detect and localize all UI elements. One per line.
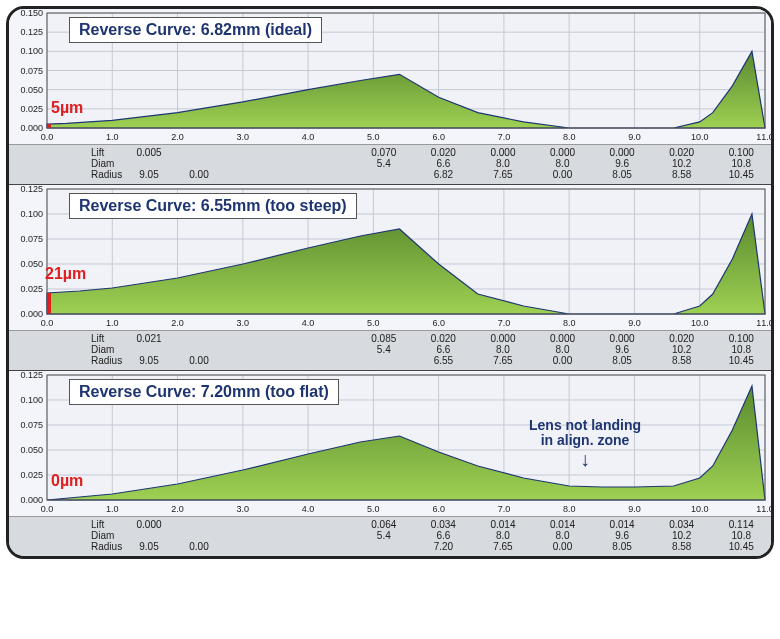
data-strip-1: Lift0.0210.0850.0200.0000.0000.0000.0200…: [9, 330, 771, 370]
svg-text:6.0: 6.0: [432, 132, 445, 142]
strip-cell: 5.4: [354, 158, 414, 169]
svg-text:4.0: 4.0: [302, 318, 315, 328]
strip-label-diam: Diam: [9, 344, 124, 355]
strip-cell: 10.8: [711, 530, 771, 541]
strip-cell: 0.021: [124, 333, 174, 344]
strip-cell: 6.6: [414, 530, 474, 541]
svg-text:3.0: 3.0: [237, 318, 250, 328]
svg-text:0.025: 0.025: [20, 470, 43, 480]
svg-text:4.0: 4.0: [302, 132, 315, 142]
table-row: Diam5.46.68.08.09.610.210.8: [9, 530, 771, 541]
panel-0: 0.0000.0250.0500.0750.1000.1250.1500.01.…: [9, 9, 771, 185]
strip-cell: 9.05: [124, 541, 174, 552]
table-row: Radius9.050.006.557.650.008.058.5810.45: [9, 355, 771, 366]
svg-text:8.0: 8.0: [563, 318, 576, 328]
strip-cell: [174, 519, 224, 530]
strip-cell: 0.00: [174, 355, 224, 366]
svg-text:7.0: 7.0: [498, 132, 511, 142]
strip-cell: [174, 344, 224, 355]
svg-text:0.100: 0.100: [20, 209, 43, 219]
svg-text:0.025: 0.025: [20, 104, 43, 114]
svg-text:10.0: 10.0: [691, 132, 709, 142]
chart-1: 0.0000.0250.0500.0750.1000.1250.01.02.03…: [9, 185, 771, 330]
strip-cell: 0.014: [592, 519, 652, 530]
strip-cell: 6.6: [414, 158, 474, 169]
strip-cell: [174, 147, 224, 158]
strip-cell: 8.0: [533, 530, 593, 541]
svg-text:0.000: 0.000: [20, 123, 43, 133]
strip-cell: 0.000: [533, 333, 593, 344]
strip-cell: 8.58: [652, 541, 712, 552]
table-row: Lift0.0210.0850.0200.0000.0000.0000.0200…: [9, 333, 771, 344]
strip-cell: 0.000: [592, 147, 652, 158]
svg-text:9.0: 9.0: [628, 504, 641, 514]
red-lift-label-2: 0µm: [51, 472, 83, 490]
svg-rect-78: [47, 293, 51, 314]
strip-cell: 0.00: [174, 169, 224, 180]
strip-cell: 7.20: [414, 541, 474, 552]
strip-cell: 7.65: [473, 355, 533, 366]
table-row: Lift0.0050.0700.0200.0000.0000.0000.0200…: [9, 147, 771, 158]
strip-cell: 0.000: [533, 147, 593, 158]
strip-cell: 0.00: [533, 169, 593, 180]
svg-text:2.0: 2.0: [171, 132, 184, 142]
strip-cell: 0.000: [473, 333, 533, 344]
strip-cell: 5.4: [354, 344, 414, 355]
strip-cell: 10.45: [711, 541, 771, 552]
strip-cell: 0.100: [711, 333, 771, 344]
strip-cell: 9.05: [124, 169, 174, 180]
red-lift-label-1: 21µm: [45, 265, 86, 283]
chart-title-0: Reverse Curve: 6.82mm (ideal): [69, 17, 322, 43]
svg-text:0.075: 0.075: [20, 420, 43, 430]
svg-text:0.0: 0.0: [41, 318, 54, 328]
strip-cell: 9.6: [592, 158, 652, 169]
svg-text:3.0: 3.0: [237, 504, 250, 514]
svg-text:11.0: 11.0: [756, 132, 771, 142]
strip-cell: [354, 541, 414, 552]
svg-text:10.0: 10.0: [691, 318, 709, 328]
svg-text:1.0: 1.0: [106, 132, 119, 142]
svg-text:1.0: 1.0: [106, 504, 119, 514]
svg-text:0.050: 0.050: [20, 259, 43, 269]
svg-text:0.100: 0.100: [20, 395, 43, 405]
data-strip-0: Lift0.0050.0700.0200.0000.0000.0000.0200…: [9, 144, 771, 184]
strip-cell: 10.45: [711, 355, 771, 366]
strip-cell: 10.2: [652, 158, 712, 169]
svg-text:5.0: 5.0: [367, 132, 380, 142]
strip-cell: 0.064: [354, 519, 414, 530]
strip-cell: 9.6: [592, 530, 652, 541]
strip-cell: 8.05: [592, 541, 652, 552]
strip-cell: 9.6: [592, 344, 652, 355]
strip-cell: 8.05: [592, 355, 652, 366]
svg-text:6.0: 6.0: [432, 318, 445, 328]
svg-text:7.0: 7.0: [498, 318, 511, 328]
svg-text:2.0: 2.0: [171, 504, 184, 514]
strip-cell: 0.114: [711, 519, 771, 530]
svg-text:11.0: 11.0: [756, 318, 771, 328]
strip-cell: 0.100: [711, 147, 771, 158]
strip-cell: 8.0: [533, 344, 593, 355]
svg-text:0.0: 0.0: [41, 132, 54, 142]
svg-text:0.125: 0.125: [20, 27, 43, 37]
strip-cell: 0.00: [533, 355, 593, 366]
strip-cell: 6.82: [414, 169, 474, 180]
strip-cell: 10.2: [652, 530, 712, 541]
chart-title-1: Reverse Curve: 6.55mm (too steep): [69, 193, 357, 219]
svg-text:5.0: 5.0: [367, 318, 380, 328]
panel-2: 0.0000.0250.0500.0750.1000.1250.01.02.03…: [9, 371, 771, 556]
svg-text:11.0: 11.0: [756, 504, 771, 514]
strip-label-radius: Radius: [9, 541, 124, 552]
strip-cell: 9.05: [124, 355, 174, 366]
svg-text:8.0: 8.0: [563, 504, 576, 514]
svg-text:0.100: 0.100: [20, 46, 43, 56]
down-arrow-icon: ↓: [529, 449, 641, 469]
strip-cell: 8.05: [592, 169, 652, 180]
svg-text:9.0: 9.0: [628, 132, 641, 142]
chart-2: 0.0000.0250.0500.0750.1000.1250.01.02.03…: [9, 371, 771, 516]
table-row: Lift0.0000.0640.0340.0140.0140.0140.0340…: [9, 519, 771, 530]
strip-cell: 8.0: [473, 344, 533, 355]
svg-text:0.025: 0.025: [20, 284, 43, 294]
strip-cell: 7.65: [473, 541, 533, 552]
strip-cell: 0.020: [652, 147, 712, 158]
strip-cell: 0.070: [354, 147, 414, 158]
